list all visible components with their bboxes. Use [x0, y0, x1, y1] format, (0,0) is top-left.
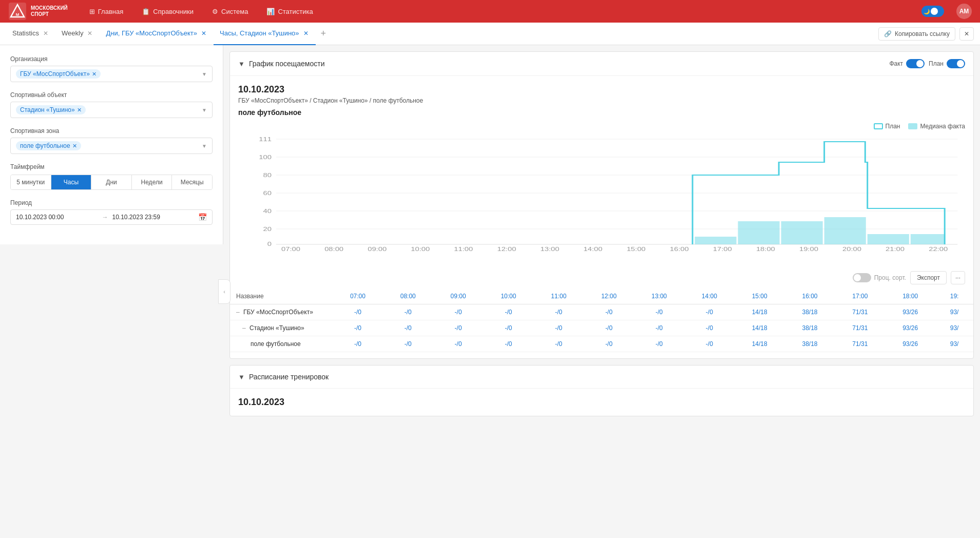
sport-obj-select[interactable]: Стадион «Тушино» ✕ ▼ — [10, 102, 213, 118]
svg-text:60: 60 — [263, 190, 271, 196]
svg-rect-17 — [695, 237, 736, 244]
tf-weeks[interactable]: Недели — [132, 175, 172, 189]
theme-toggle[interactable]: 🌙 — [921, 6, 944, 17]
data-table: Название 07:00 08:00 09:00 10:00 11:00 1… — [230, 289, 973, 352]
sport-obj-tag: Стадион «Тушино» ✕ — [16, 105, 86, 114]
stats-icon: 📊 — [266, 8, 275, 15]
tf-months[interactable]: Месяцы — [172, 175, 212, 189]
chart-card: ▼ График посещаемости Факт План — [229, 51, 974, 359]
col-1500[interactable]: 15:00 — [735, 289, 785, 304]
home-icon: ⊞ — [89, 8, 95, 15]
col-1400[interactable]: 14:00 — [684, 289, 735, 304]
fact-toggle-switch[interactable] — [906, 59, 925, 68]
sport-obj-chevron: ▼ — [202, 107, 207, 113]
col-0800[interactable]: 08:00 — [383, 289, 433, 304]
svg-rect-20 — [824, 217, 866, 244]
sport-zone-field: Спортивная зона поле футбольное ✕ ▼ — [10, 127, 213, 154]
svg-text:10:00: 10:00 — [411, 246, 430, 252]
col-1800[interactable]: 18:00 — [885, 289, 935, 304]
svg-text:18:00: 18:00 — [756, 246, 775, 252]
svg-text:20: 20 — [263, 226, 271, 232]
col-1300[interactable]: 13:00 — [634, 289, 684, 304]
tf-hours[interactable]: Часы — [51, 175, 92, 189]
svg-rect-19 — [781, 221, 823, 244]
tab-days[interactable]: Дни, ГБУ «МосСпортОбъект» ✕ — [100, 23, 214, 45]
close-panel-button[interactable]: ✕ — [959, 27, 974, 41]
chart-zone-title: поле футбольное — [230, 106, 973, 123]
timeframe-field: Таймфрейм 5 минутки Часы Дни Недели Меся… — [10, 163, 213, 190]
sport-zone-select[interactable]: поле футбольное ✕ ▼ — [10, 138, 213, 154]
org-tag-remove[interactable]: ✕ — [92, 71, 97, 78]
schedule-card-header: ▼ Расписание тренировок — [230, 366, 973, 389]
schedule-collapse-icon[interactable]: ▼ — [238, 373, 245, 381]
tab-statistics[interactable]: Statistics ✕ — [6, 23, 55, 45]
svg-text:15:00: 15:00 — [627, 246, 646, 252]
col-1100[interactable]: 11:00 — [533, 289, 584, 304]
org-select[interactable]: ГБУ «МосСпортОбъект» ✕ ▼ — [10, 66, 213, 82]
tab-bar: Statistics ✕ Weekly ✕ Дни, ГБУ «МосСпорт… — [0, 23, 980, 45]
proc-sort-toggle: Проц. сорт. — [853, 273, 906, 282]
tab-close-hours[interactable]: ✕ — [302, 29, 310, 38]
svg-text:19:00: 19:00 — [799, 246, 818, 252]
sport-obj-tag-remove[interactable]: ✕ — [77, 107, 82, 113]
col-1700[interactable]: 17:00 — [835, 289, 885, 304]
org-field: Организация ГБУ «МосСпортОбъект» ✕ ▼ — [10, 55, 213, 82]
org-chevron: ▼ — [202, 71, 207, 77]
col-1600[interactable]: 16:00 — [785, 289, 835, 304]
col-1200[interactable]: 12:00 — [584, 289, 634, 304]
tab-close-statistics[interactable]: ✕ — [42, 29, 49, 38]
calendar-icon[interactable]: 📅 — [198, 213, 207, 221]
tf-days[interactable]: Дни — [91, 175, 132, 189]
svg-text:80: 80 — [263, 172, 271, 178]
nav-directories[interactable]: 📋 Справочники — [139, 6, 197, 17]
svg-text:22:00: 22:00 — [929, 246, 948, 252]
org-tag: ГБУ «МосСпортОбъект» ✕ — [16, 69, 101, 79]
tab-close-weekly[interactable]: ✕ — [86, 29, 93, 38]
nav-statistics[interactable]: 📊 Статистика — [263, 6, 316, 17]
col-19[interactable]: 19: — [935, 289, 973, 304]
chart-collapse-icon[interactable]: ▼ — [238, 60, 245, 68]
sidebar-collapse[interactable]: ‹ — [218, 279, 230, 304]
logo-icon: М — [8, 2, 27, 21]
plan-toggle-switch[interactable] — [947, 59, 965, 68]
more-button[interactable]: ··· — [951, 271, 965, 284]
svg-text:20:00: 20:00 — [842, 246, 861, 252]
expand-icon[interactable]: – — [236, 309, 240, 316]
tab-weekly[interactable]: Weekly ✕ — [55, 23, 100, 45]
svg-text:14:00: 14:00 — [584, 246, 603, 252]
tab-close-days[interactable]: ✕ — [200, 29, 207, 38]
tab-add[interactable]: + — [316, 28, 332, 39]
period-field: Период 10.10.2023 00:00 → 10.10.2023 23:… — [10, 199, 213, 225]
svg-text:13:00: 13:00 — [541, 246, 560, 252]
sport-zone-chevron: ▼ — [202, 143, 207, 149]
svg-text:100: 100 — [259, 155, 272, 160]
export-button[interactable]: Экспорт — [910, 271, 947, 284]
avatar[interactable]: AM — [956, 4, 972, 19]
data-table-wrapper: Название 07:00 08:00 09:00 10:00 11:00 1… — [230, 289, 973, 358]
system-icon: ⚙ — [212, 8, 218, 15]
svg-text:17:00: 17:00 — [713, 246, 732, 252]
directory-icon: 📋 — [142, 8, 150, 15]
main-layout: Организация ГБУ «МосСпортОбъект» ✕ ▼ Спо… — [0, 45, 980, 538]
chart-date: 10.10.2023 — [230, 76, 973, 97]
table-row: – ГБУ «МосСпортОбъект» -/0 -/0 -/0 -/0 -… — [230, 304, 973, 320]
period-row: 10.10.2023 00:00 → 10.10.2023 23:59 📅 — [10, 209, 213, 225]
tf-5min[interactable]: 5 минутки — [11, 175, 51, 189]
proc-sort-switch[interactable] — [853, 273, 871, 282]
col-0700[interactable]: 07:00 — [333, 289, 383, 304]
nav-home[interactable]: ⊞ Главная — [86, 6, 126, 17]
svg-text:40: 40 — [263, 208, 271, 214]
col-1000[interactable]: 10:00 — [484, 289, 534, 304]
sport-zone-tag-remove[interactable]: ✕ — [72, 143, 77, 149]
svg-text:21:00: 21:00 — [886, 246, 905, 252]
schedule-date: 10.10.2023 — [230, 389, 973, 416]
expand-icon[interactable]: – — [242, 324, 246, 332]
copy-link-button[interactable]: 🔗 Копировать ссылку — [878, 27, 955, 41]
content-area: ▼ График посещаемости Факт План — [223, 45, 980, 538]
col-0900[interactable]: 09:00 — [433, 289, 484, 304]
chart-title: График посещаемости — [249, 60, 325, 68]
tab-actions: 🔗 Копировать ссылку ✕ — [878, 27, 974, 41]
svg-text:16:00: 16:00 — [670, 246, 689, 252]
nav-system[interactable]: ⚙ Система — [209, 6, 251, 17]
tab-hours[interactable]: Часы, Стадион «Тушино» ✕ — [214, 23, 316, 45]
